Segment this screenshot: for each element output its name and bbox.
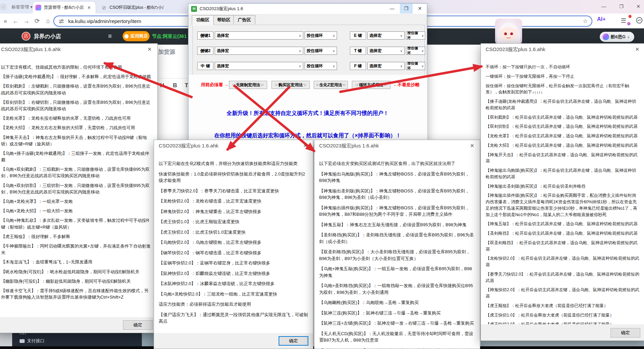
tab-ad-area[interactable]: 广告区 [233, 15, 255, 24]
macro-select-side2[interactable]: 选择宏∨ [215, 47, 303, 55]
macro-select-side1[interactable]: 选择宏∨ [215, 31, 303, 40]
dialog-paragraph: 【乌炮+圣剑格挡(购买区)】：一组格挡敲一发炮，必须设置仓库快捷购买位B95为双… [319, 282, 475, 296]
back-icon[interactable]: ← [11, 14, 20, 28]
macro-select-middle[interactable]: 选择宏∨ [215, 62, 303, 70]
dialog-paragraph: 【神鬼快切2.0】：松开后会切主武器并左键，适合乌炮、鼠神这种切枪前摇短的武器 [486, 287, 640, 300]
dialog-paragraph: 【天使雷无CD(购买区)】：天使雷没能量后，无需等待冷却时间即可食用，需设置B8… [319, 347, 475, 349]
dialog-paragraph: 【虎王快切2.0】：比虎王快切1.0宏速度更快 [159, 229, 308, 236]
close-icon[interactable]: ✕ [142, 44, 157, 55]
key-label-t: T 键 [350, 47, 366, 55]
cycle-select-e[interactable]: 按住循环∨ [406, 31, 425, 40]
ahk-maximize-button[interactable]: ❐ [400, 4, 413, 14]
cycle-select-f[interactable]: 按住循环∨ [406, 62, 425, 70]
biohazard-z-macro-usage-button[interactable]: ☞生化Z宏用法☜ [314, 81, 348, 89]
dialog-paragraph: 不循环：按一下按键只执行一次，不自动循环 [486, 64, 640, 70]
buy-zone-macro-usage-button[interactable]: ☞购买区宏用法☜ [272, 81, 310, 89]
ok-button[interactable]: 确定 [123, 320, 153, 330]
close-icon[interactable]: ✕ [464, 140, 480, 152]
dialog-paragraph: 【鼠神三连+左键(购买区)】：鼠神左键一发→右键三连→引爆→丢枪→重复购买 [319, 320, 475, 327]
unlimited-macro-usage-button[interactable]: ☞无限制宏用法☜ [229, 81, 267, 89]
dialog-paragraph: 【虎王快切1.0】：松开后会释放大老虎（前提是你已经打满了能量） [486, 312, 640, 319]
ahk-window-title: CSO2023服宏plus 1.6 [200, 6, 243, 12]
chevron-down-icon: ∨ [333, 64, 335, 68]
dialog-paragraph: 【龙枪光罩】：松开后会切主武器并左键，适合乌炮、鼠神这种切枪前摇短的武器 [486, 133, 640, 139]
ai-button[interactable]: AI+ [597, 16, 606, 22]
close-icon[interactable]: ✕ [629, 44, 644, 55]
hamburger-icon[interactable]: ≡ [108, 32, 112, 40]
ahk-main-window: H CSO2023服宏plus 1.6 — ❐ ✕ 功能区 帮助区 广告区 侧键… [188, 3, 427, 146]
menu-avatar-icon[interactable]: ☰ [621, 16, 629, 25]
browser-restore-button[interactable]: ❐ [615, 2, 627, 11]
tab-group-label-text: 标签管理 [11, 4, 29, 9]
chevron-down-icon: ∨ [421, 64, 424, 68]
sidebar-item-payment[interactable]: 支付接口 [27, 338, 45, 344]
macro-select-t[interactable]: 选择宏∨ [367, 47, 405, 55]
macro-select-e[interactable]: 选择宏∨ [367, 31, 405, 40]
tab-group-icon[interactable]: − [1, 4, 6, 9]
reload-icon[interactable]: ⟳ [32, 14, 42, 28]
dialog-paragraph: 【神鬼输出圣剑版(购买区)】：松开后会切圣剑并格挡 [486, 183, 640, 190]
close-icon[interactable]: ✕ [298, 140, 313, 152]
bookmark-star-icon[interactable]: ☆ [583, 18, 588, 24]
chevron-down-icon: ∨ [627, 35, 629, 39]
home-icon[interactable]: ⌂ [43, 14, 53, 28]
macro-row: 中 键 选择宏∨ 按住循环∨ F 键 选择宏∨ 按住循环∨ [188, 62, 428, 70]
dialog-paragraph: 【呲水枪隐身(可按E)】：呲水枪超低耗能隐身，期间可手动按E解除机关 [1, 269, 153, 275]
chevron-down-icon: ∨ [299, 49, 301, 53]
dialog-title-bar[interactable]: CSO2023服宏plus 1.6.ahk [481, 44, 644, 55]
tab-help-area[interactable]: 帮助区 [213, 15, 235, 24]
forward-icon[interactable]: → [22, 14, 31, 28]
divider [158, 78, 188, 78]
dialog-paragraph: 【僵尸适应力飞天】：通过断翼恶灵一段强切其他僵尸实现无限连飞，可破制高点 [159, 311, 308, 325]
dialog-title-bar[interactable]: CSO2023服宏plus 1.6.ahk [0, 44, 157, 55]
tab-group-label[interactable]: 标签管理 ▾ [11, 4, 32, 10]
dialog-paragraph: 【幽影隐身(可按E)】：幽影超低耗能隐身，期间可手动按E解除机关 [1, 278, 153, 284]
extensions-collapse-icon[interactable]: « [1, 14, 10, 28]
dialog-paragraph: 【神鬼输出插件版(购买区)】：神鬼左键秒BOSS，必须设置仓库B95为双剑，B9… [319, 205, 475, 218]
ok-button[interactable]: 确定 [611, 328, 640, 338]
cycle-select-side2[interactable]: 按住循环∨ [305, 47, 337, 55]
tab-close-icon[interactable]: ✕ [87, 5, 91, 10]
dialog-paragraph: 以下宏没有模式、技能或其他方面的限制，任何环境下都可食用 [1, 64, 153, 70]
cycle-mode-usage-button[interactable]: ☞循环方式用法☜ [352, 81, 390, 89]
dialog-paragraph: 【无人机无CD(购买区)】：无人机没能量后，无需等待冷却时间即可食用，需设置B8… [319, 330, 475, 344]
editor-heading-button[interactable]: H [160, 82, 164, 89]
tab-inactive[interactable]: ⊘ CSO怀旧版宏plus - 酷6の小店 [99, 2, 166, 14]
cycle-select-side1[interactable]: 按住循环∨ [305, 31, 337, 40]
cycle-select-t[interactable]: 按住循环∨ [406, 47, 425, 55]
anime-girl-image [495, 19, 522, 45]
macro-info-dialog-unlimited: CSO2023服宏plus 1.6.ahk ✕ 以下宏没有模式、技能或其他方面的… [0, 43, 158, 333]
account-button[interactable]: 酷6恩G ∨ [600, 32, 634, 42]
mascot-avatar[interactable] [495, 19, 522, 45]
editor-text-button[interactable]: T [185, 82, 188, 89]
browser-minimize-button[interactable]: — [598, 2, 610, 11]
chevron-down-icon: ∨ [299, 34, 301, 38]
tab-function-area[interactable]: 功能区 [192, 15, 214, 25]
tab-favicon [35, 5, 41, 10]
caret-down-icon: ▾ [30, 4, 33, 9]
app-store-button[interactable]: 应用商店 [123, 31, 150, 41]
macro-info-dialog-cycle-modes: CSO2023服宏plus 1.6.ahk ✕ 不循环：按一下按键只执行一次，不… [481, 43, 644, 341]
macro-select-f[interactable]: 选择宏∨ [367, 62, 405, 70]
dialog-paragraph: 【乌炮唰枪(购买区)】：乌炮喷炮→丢枪→重复购买 [319, 299, 475, 306]
ahk-minimize-button[interactable]: — [386, 4, 398, 14]
dialog-paragraph: 【乌炮+龙枪快切2.0】：三组龙枪一组炮，比正常宏速度更快 [159, 291, 308, 298]
dialog-paragraph: 【乌炮+神鬼五敲(购买区)】：一组五敲一发炮，必须设置仓库B95为双剑，B98为… [319, 265, 475, 279]
ahk-close-button[interactable]: ✕ [413, 4, 426, 14]
tab-active[interactable]: 货源管理 - 酷6の小店 ✕ [33, 2, 96, 14]
browser-close-button[interactable]: ✕ [632, 2, 644, 11]
editor-bold-button[interactable]: B [173, 82, 177, 89]
dialog-title-bar[interactable]: CSO2023服宏plus 1.6.ahk [154, 140, 313, 152]
dialog-title-bar[interactable]: CSO2023服宏plus 1.6.ahk [314, 140, 480, 152]
key-label-side1: 侧键1 [197, 31, 213, 40]
dialog-paragraph: 【双剑戳刺】：松开后会切主武器并左键，适合乌炮、鼠神这种切枪前摇短的武器 [486, 114, 640, 121]
ok-button[interactable]: 确定 [279, 336, 308, 346]
cycle-select-middle[interactable]: 按住循环∨ [305, 62, 337, 70]
dialog-paragraph: 【神鬼五敲】：神鬼右左左五敲无缝衔接，必须设置B95为双剑，B98为神鬼 [319, 222, 475, 228]
browser-logo-icon[interactable] [636, 17, 643, 24]
dialog-paragraph: 【赛季关刀快切2.0】：松开会切主武器并左键，适合乌炮、鼠神这种切枪前摇短的武器 [486, 271, 640, 284]
appstore-label: 应用商店 [130, 33, 148, 39]
dialog-paragraph: 【神鬼输出乌炮版(购买区)】：神鬼左键秒BOSS，必须设置仓库B95为双剑，B9… [319, 171, 475, 184]
card-icon [20, 339, 25, 343]
dialog-paragraph: 【神鬼输出圣剑版(购买区)】：神鬼左键秒BOSS，必须设置仓库B95为双剑，B9… [319, 188, 475, 201]
